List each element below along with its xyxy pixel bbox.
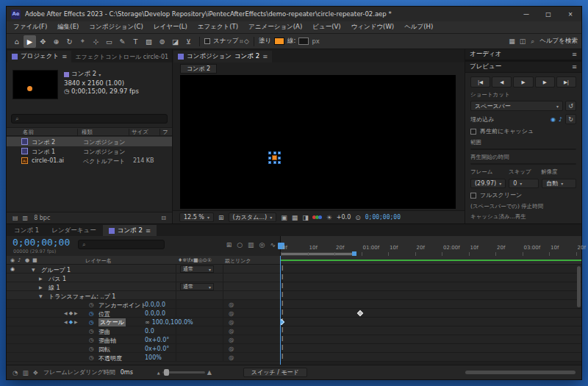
transparency-grid-icon[interactable]: ▦: [292, 214, 298, 221]
preview-resolution-dropdown[interactable]: 自動 ▾: [542, 179, 576, 188]
motion-blur-icon[interactable]: ◎: [259, 241, 265, 249]
timeline-row-track[interactable]: I: [280, 274, 581, 282]
graph-editor-icon[interactable]: ∿: [270, 241, 276, 249]
stopwatch-icon[interactable]: ◷: [89, 346, 94, 352]
effects-icon[interactable]: ❖: [32, 369, 38, 376]
proxy-icon[interactable]: ▥: [22, 369, 28, 376]
comp-mini-flowchart-icon[interactable]: ⊞: [226, 241, 232, 249]
viewer-tab[interactable]: コンポ 2: [180, 64, 217, 74]
viewport-timecode[interactable]: 0;00;00;00: [365, 214, 401, 221]
region-of-interest-icon[interactable]: ▣: [281, 214, 287, 221]
timeline-vertical-scrollbar[interactable]: [577, 266, 581, 307]
tab-effect-controls[interactable]: エフェクトコントロール circle-01: [72, 51, 171, 62]
pen-tool-icon[interactable]: ✎: [116, 35, 129, 48]
previous-keyframe-icon[interactable]: ◀: [64, 310, 68, 315]
timeline-tab-0[interactable]: コンポ 1: [8, 225, 45, 236]
type-tool-icon[interactable]: T: [129, 35, 142, 48]
project-column-headers[interactable]: 名前種類サイズフ: [7, 127, 172, 136]
stopwatch-icon[interactable]: ◷: [89, 354, 94, 361]
twirl-icon[interactable]: ▶: [39, 276, 43, 281]
next-keyframe-icon[interactable]: ▶: [74, 319, 78, 324]
timeline-row[interactable]: ▼トランスフォーム: ..プ 1I: [7, 291, 581, 300]
current-keyframe-icon[interactable]: ◆: [69, 310, 73, 316]
timeline-row[interactable]: ◷歪曲軸0x+0.0°@I: [7, 335, 581, 344]
panel-menu-icon[interactable]: ≡: [572, 51, 577, 58]
timeline-row-track[interactable]: I: [280, 291, 581, 300]
property-name[interactable]: スケール: [98, 318, 126, 326]
exposure-value[interactable]: +0.0: [337, 214, 351, 221]
selection-handle[interactable]: [268, 157, 271, 160]
clone-stamp-tool-icon[interactable]: ⊚: [156, 35, 168, 48]
exposure-icon[interactable]: ☀: [326, 214, 332, 221]
parent-link-column-header[interactable]: 親とリンク: [225, 257, 251, 265]
selection-handle[interactable]: [278, 151, 281, 154]
stroke-label[interactable]: 線:: [287, 37, 295, 46]
pick-whip-icon[interactable]: @: [229, 328, 234, 335]
timeline-row-track[interactable]: I: [280, 335, 581, 344]
pick-whip-icon[interactable]: @: [229, 319, 234, 326]
previous-keyframe-icon[interactable]: ◀: [64, 319, 68, 324]
comp-label-swatch[interactable]: [64, 72, 69, 77]
snap-to-grid-icon[interactable]: ⌗: [240, 37, 243, 46]
twirl-icon[interactable]: ▼: [32, 267, 35, 272]
pick-whip-icon[interactable]: @: [229, 301, 234, 308]
menu-item-3[interactable]: レイヤー(L): [148, 23, 193, 32]
keyframe-diamond[interactable]: [357, 310, 363, 316]
timeline-row-track[interactable]: I: [280, 353, 581, 362]
cache-before-row[interactable]: 再生前にキャッシュ: [470, 127, 576, 135]
timeline-zoom-control[interactable]: ▲ ▲: [157, 369, 212, 376]
playhead-line[interactable]: [280, 256, 281, 365]
zoom-slider-track[interactable]: [162, 371, 205, 374]
shy-layers-icon[interactable]: ○: [237, 241, 243, 249]
timeline-row[interactable]: ◀◆▶◷位置0.0,0.0@I: [7, 309, 581, 318]
range-dropdown[interactable]: ワークエリアと現在の時間 ▾: [470, 149, 576, 150]
stop-time-value[interactable]: キャッシュ済み...再生: [470, 213, 576, 220]
audio-panel-header[interactable]: オーディオ ≡: [465, 49, 581, 60]
timeline-row-track[interactable]: I: [280, 326, 581, 335]
timeline-row[interactable]: ▶パス 1I: [7, 274, 581, 282]
fill-color-swatch[interactable]: [274, 37, 284, 45]
panel-menu-icon[interactable]: ≡: [262, 53, 268, 60]
preview-panel-header[interactable]: プレビュー ≡: [465, 62, 581, 73]
zoom-slider-thumb[interactable]: [164, 369, 169, 376]
timeline-row[interactable]: ◷回転0x+0.0°@I: [7, 344, 581, 353]
selection-handle[interactable]: [273, 161, 276, 164]
panel-menu-icon[interactable]: ≡: [146, 227, 151, 235]
loop-button[interactable]: ↻: [565, 114, 576, 124]
snap-checkbox[interactable]: [204, 38, 210, 44]
project-flowchart-icon[interactable]: ▤: [12, 215, 18, 221]
property-value[interactable]: 0x+0.0°: [145, 337, 169, 343]
timeline-row[interactable]: ◷不透明度100%@I: [7, 353, 581, 362]
timeline-tab-1[interactable]: レンダーキュー: [46, 225, 102, 236]
property-value[interactable]: 0.0,0.0: [145, 301, 165, 308]
tab-composition[interactable]: コンポジション コンポ 2 ≡: [173, 51, 272, 62]
project-row[interactable]: コンポ 1コンポジション: [7, 146, 172, 156]
menu-item-4[interactable]: エフェクト(T): [193, 23, 243, 32]
property-value[interactable]: 0.0: [145, 328, 154, 335]
lock-column-icon[interactable]: ■: [32, 257, 37, 263]
magnification-dropdown[interactable]: 12.5 % ▾: [179, 212, 214, 222]
timeline-row-track[interactable]: I: [280, 300, 581, 309]
selection-handle[interactable]: [268, 151, 271, 154]
pick-whip-icon[interactable]: @: [229, 337, 234, 343]
timeline-horizontal-scrollbar[interactable]: [465, 371, 576, 374]
eraser-tool-icon[interactable]: ◪: [169, 35, 182, 48]
pick-whip-icon[interactable]: @: [229, 354, 234, 361]
hand-tool-icon[interactable]: ✥: [37, 35, 49, 48]
snapshot-icon[interactable]: ⊙: [355, 214, 361, 221]
stopwatch-icon[interactable]: ◷: [89, 337, 94, 343]
help-search-label[interactable]: ヘルプを検索: [539, 37, 578, 46]
property-value[interactable]: 100%: [145, 354, 162, 361]
comp-name[interactable]: コンポ 2: [71, 70, 96, 79]
menu-item-1[interactable]: 編集(E): [52, 23, 84, 32]
grid-guides-icon[interactable]: ⊞: [218, 214, 224, 221]
home-tool-icon[interactable]: ⌂: [10, 35, 23, 48]
next-frame-button[interactable]: ▶: [535, 76, 555, 87]
pan-behind-tool-icon[interactable]: ⊹: [90, 35, 102, 48]
stopwatch-icon[interactable]: ◷: [89, 301, 94, 308]
puppet-tool-icon[interactable]: ⊻: [182, 35, 195, 48]
project-row[interactable]: Aicircle-01.aiベクトルアート214 KB: [7, 156, 172, 165]
timeline-search-input[interactable]: ⌕: [78, 240, 165, 249]
layer-name-column-header[interactable]: レイヤー名: [85, 257, 112, 265]
property-value[interactable]: ∞100.0,100.0%: [145, 319, 193, 326]
